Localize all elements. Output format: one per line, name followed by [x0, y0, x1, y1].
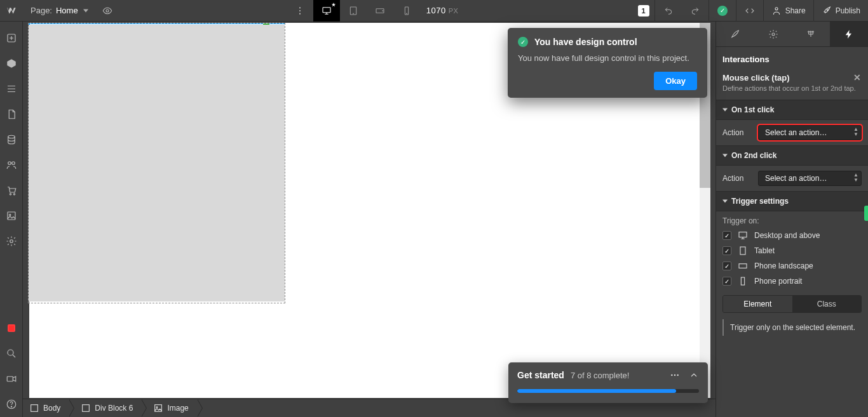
export-code-icon[interactable] [736, 0, 763, 22]
trigger-header: Mouse click (tap) ✕ [716, 70, 868, 84]
tab-style-manager[interactable] [792, 22, 831, 46]
record-button[interactable] [0, 315, 23, 341]
svg-point-15 [8, 162, 11, 165]
svg-point-33 [813, 31, 814, 32]
seg-element[interactable]: Element [723, 296, 792, 312]
share-button[interactable]: Share [764, 0, 813, 22]
bp-desktop-row[interactable]: ✓ Desktop and above [716, 228, 868, 243]
svg-point-10 [406, 13, 407, 13]
device-desktop-button[interactable] [313, 0, 340, 22]
users-button[interactable] [0, 152, 23, 178]
cms-button[interactable] [0, 127, 23, 152]
checkbox-tablet[interactable]: ✓ [722, 246, 731, 255]
svg-rect-35 [740, 247, 745, 255]
trigger-description: Define actions that occur on 1st or 2nd … [716, 84, 868, 100]
svg-point-18 [13, 194, 15, 195]
panel-tabs [716, 22, 868, 47]
svg-point-3 [299, 13, 301, 14]
panel-green-tab[interactable] [864, 206, 868, 221]
tab-interactions[interactable] [830, 22, 868, 46]
bp-tablet-row[interactable]: ✓ Tablet [716, 243, 868, 258]
div-block-outline [28, 23, 285, 303]
device-phone-landscape-button[interactable] [367, 0, 393, 22]
svg-rect-27 [83, 405, 90, 412]
okay-button[interactable]: Okay [654, 72, 697, 90]
navigator-button[interactable] [0, 76, 23, 102]
svg-point-30 [772, 33, 775, 36]
section-on-first-click[interactable]: On 1st click [716, 100, 868, 120]
svg-point-14 [8, 135, 15, 138]
get-started-bar[interactable]: Get started 7 of 8 complete! [508, 362, 708, 403]
topbar: Page: Home 1070 PX 1 [0, 0, 868, 22]
video-button[interactable] [0, 366, 23, 392]
kebab-menu-icon[interactable] [287, 0, 313, 22]
section-on-second-click[interactable]: On 2nd click [716, 145, 868, 166]
close-trigger-icon[interactable]: ✕ [851, 72, 863, 83]
svg-point-12 [827, 9, 828, 10]
svg-point-17 [10, 194, 11, 195]
crumb-image[interactable]: Image [142, 399, 197, 417]
bp-phone-landscape-row[interactable]: ✓ Phone landscape [716, 258, 868, 274]
svg-point-20 [9, 214, 10, 215]
device-phone-portrait-button[interactable] [393, 0, 420, 22]
page-selector[interactable]: Page: Home [23, 0, 96, 22]
checkbox-phone-portrait[interactable]: ✓ [722, 277, 731, 286]
tab-element-settings[interactable] [754, 22, 792, 46]
publish-button[interactable]: Publish [814, 0, 868, 22]
symbols-button[interactable] [0, 51, 23, 76]
help-button[interactable] [0, 392, 23, 417]
svg-point-40 [677, 374, 678, 376]
svg-point-6 [353, 13, 353, 13]
seg-class[interactable]: Class [792, 296, 862, 312]
svg-rect-19 [8, 212, 15, 220]
status-icon[interactable]: ✓ [709, 0, 736, 22]
svg-point-2 [299, 10, 301, 11]
right-panel: Interactions Mouse click (tap) ✕ Define … [715, 22, 868, 417]
seg-element-class: Element Class [722, 295, 862, 313]
device-group: 1070 PX [313, 0, 465, 22]
svg-point-25 [11, 406, 11, 407]
first-action-select[interactable]: Select an action… ▲▼ [758, 125, 862, 140]
device-tablet-button[interactable] [340, 0, 367, 22]
webflow-logo[interactable] [0, 0, 23, 22]
left-rail [0, 22, 23, 417]
second-action-select[interactable]: Select an action… ▲▼ [758, 171, 862, 186]
checkbox-desktop[interactable]: ✓ [722, 231, 731, 240]
section-trigger-settings[interactable]: Trigger settings [716, 191, 868, 211]
pages-button[interactable] [0, 102, 23, 127]
svg-point-29 [157, 407, 158, 408]
settings-button[interactable] [0, 228, 23, 254]
trigger-scope-note: Trigger only on the selected element. [722, 319, 862, 336]
svg-rect-4 [323, 7, 330, 12]
second-click-action-row: Action Select an action… ▲▼ [716, 166, 868, 191]
ecommerce-button[interactable] [0, 178, 23, 203]
crumb-div[interactable]: Div Block 6 [69, 399, 142, 417]
preview-eye-icon[interactable] [96, 0, 119, 22]
undo-button[interactable] [655, 0, 682, 22]
canvas-width[interactable]: 1070 PX [420, 6, 465, 15]
svg-rect-34 [739, 232, 747, 237]
add-element-button[interactable] [0, 25, 23, 51]
first-click-action-row: Action Select an action… ▲▼ [716, 120, 868, 145]
more-icon[interactable] [670, 370, 680, 380]
panel-title: Interactions [716, 47, 868, 70]
chevron-up-icon[interactable] [689, 370, 699, 380]
svg-point-38 [671, 374, 672, 376]
svg-point-21 [10, 240, 13, 243]
bp-phone-portrait-row[interactable]: ✓ Phone portrait [716, 274, 868, 289]
svg-rect-26 [31, 405, 38, 412]
svg-point-1 [299, 7, 301, 8]
selected-image-placeholder[interactable] [29, 25, 285, 301]
svg-rect-37 [741, 277, 744, 285]
svg-point-8 [383, 10, 383, 11]
crumb-body[interactable]: Body [23, 399, 69, 417]
redo-button[interactable] [682, 0, 709, 22]
tab-style[interactable] [716, 22, 754, 46]
checkbox-phone-landscape[interactable]: ✓ [722, 261, 731, 270]
search-button[interactable] [0, 341, 23, 366]
collaborators-badge[interactable]: 1 [638, 5, 649, 17]
check-icon: ✓ [518, 37, 528, 47]
assets-button[interactable] [0, 203, 23, 228]
svg-point-11 [775, 7, 778, 10]
trigger-on-label: Trigger on: [716, 211, 868, 228]
